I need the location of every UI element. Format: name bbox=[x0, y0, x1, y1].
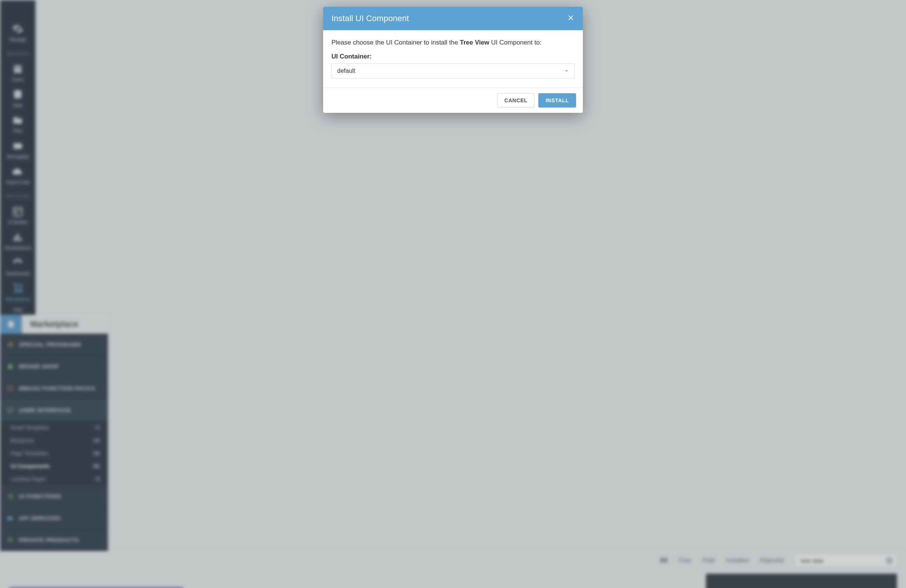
modal-close-button[interactable] bbox=[567, 14, 574, 23]
select-value: default bbox=[337, 68, 355, 74]
chevron-down-icon bbox=[565, 69, 569, 73]
close-icon bbox=[567, 14, 574, 22]
modal-header: Install UI Component bbox=[323, 7, 583, 30]
install-modal: Install UI Component Please choose the U… bbox=[323, 7, 583, 113]
cancel-button[interactable]: CANCEL bbox=[497, 93, 534, 108]
install-button[interactable]: INSTALL bbox=[538, 93, 576, 108]
modal-body: Please choose the UI Container to instal… bbox=[323, 30, 583, 88]
modal-title: Install UI Component bbox=[332, 14, 409, 23]
modal-instruction: Please choose the UI Container to instal… bbox=[332, 38, 574, 48]
ui-container-label: UI Container: bbox=[332, 53, 574, 61]
modal-footer: CANCEL INSTALL bbox=[323, 88, 583, 113]
ui-container-select[interactable]: default bbox=[332, 64, 574, 78]
